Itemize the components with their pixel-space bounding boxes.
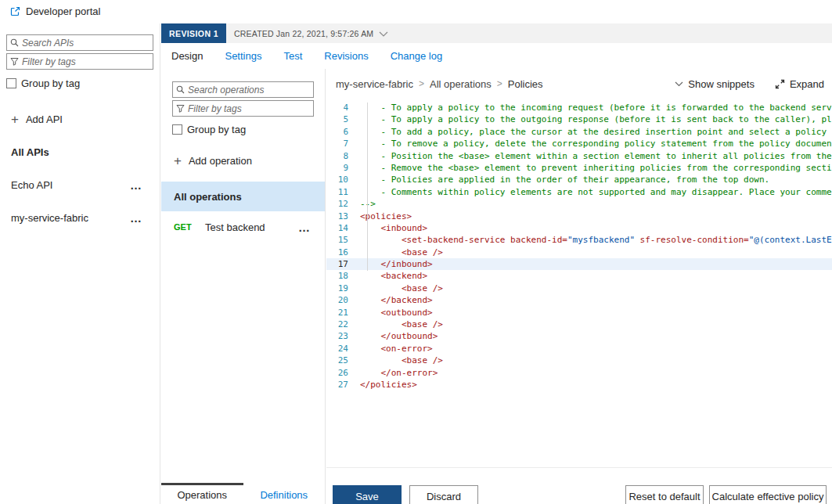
footer-tab-definitions[interactable]: Definitions bbox=[243, 483, 326, 504]
code-line[interactable]: 24 <on-error> bbox=[326, 343, 832, 355]
show-snippets-label: Show snippets bbox=[688, 78, 755, 90]
breadcrumb-item[interactable]: All operations bbox=[430, 78, 492, 90]
group-by-tag-label: Group by tag bbox=[187, 124, 246, 135]
line-number: 23 bbox=[326, 330, 348, 342]
code-line[interactable]: 5 - To apply a policy to the outgoing re… bbox=[326, 113, 832, 125]
operation-name: Test backend bbox=[205, 221, 298, 233]
search-apis-input[interactable] bbox=[22, 38, 149, 49]
code-token: - Remove the <base> element to prevent i… bbox=[360, 163, 832, 173]
breadcrumb-item[interactable]: my-service-fabric bbox=[336, 78, 413, 90]
tab-design[interactable]: Design bbox=[171, 50, 203, 62]
code-text: <backend> bbox=[348, 270, 427, 282]
code-line[interactable]: 11 - Comments within policy elements are… bbox=[326, 186, 832, 198]
code-line[interactable]: 10 - Policies are applied in the order o… bbox=[326, 174, 832, 185]
operation-item[interactable]: GETTest backend… bbox=[161, 214, 325, 240]
expand-icon bbox=[775, 79, 785, 89]
code-line[interactable]: 12--> bbox=[326, 198, 832, 210]
line-number: 21 bbox=[326, 307, 348, 319]
expand-button[interactable]: Expand bbox=[775, 78, 824, 90]
code-line[interactable]: 18 <backend> bbox=[326, 270, 832, 282]
code-line[interactable]: 19 <base /> bbox=[326, 283, 832, 294]
code-line[interactable]: 17 </inbound> bbox=[326, 258, 832, 270]
code-token: </outbound> bbox=[381, 331, 438, 341]
tab-test[interactable]: Test bbox=[283, 50, 302, 62]
search-operations-input[interactable] bbox=[188, 85, 310, 95]
code-text: <base /> bbox=[348, 283, 443, 294]
context-menu-icon[interactable]: … bbox=[298, 221, 311, 234]
save-button[interactable]: Save bbox=[333, 485, 402, 504]
breadcrumb-item[interactable]: Policies bbox=[508, 78, 543, 90]
discard-button[interactable]: Discard bbox=[409, 485, 478, 504]
group-by-tag-checkbox[interactable] bbox=[6, 78, 16, 88]
code-line[interactable]: 22 <base /> bbox=[326, 319, 832, 330]
code-line[interactable]: 26 </on-error> bbox=[326, 367, 832, 379]
calculate-effective-policy-button[interactable]: Calculate effective policy bbox=[709, 485, 827, 504]
code-line[interactable]: 6 - To add a policy, place the cursor at… bbox=[326, 126, 832, 138]
code-line[interactable]: 21 <outbound> bbox=[326, 307, 832, 319]
filter-apis-input[interactable] bbox=[22, 56, 149, 67]
policy-editor-panel: my-service-fabric>All operations>Policie… bbox=[326, 69, 832, 504]
code-token: "@(context.LastEr bbox=[749, 235, 832, 245]
all-operations-item[interactable]: All operations bbox=[161, 182, 325, 211]
developer-portal-link[interactable]: Developer portal bbox=[10, 5, 100, 17]
add-api-button[interactable]: + Add API bbox=[11, 113, 160, 125]
code-line[interactable]: 4 - To apply a policy to the incoming re… bbox=[326, 102, 832, 113]
code-line[interactable]: 14 <inbound> bbox=[326, 222, 832, 234]
code-token bbox=[360, 223, 381, 233]
code-token bbox=[360, 355, 402, 365]
context-menu-icon[interactable]: … bbox=[130, 178, 142, 192]
tab-revisions[interactable]: Revisions bbox=[324, 50, 368, 62]
line-number: 9 bbox=[326, 162, 348, 174]
code-line[interactable]: 23 </outbound> bbox=[326, 330, 832, 342]
show-snippets-button[interactable]: Show snippets bbox=[675, 78, 755, 90]
code-token bbox=[360, 295, 381, 305]
code-token bbox=[360, 235, 402, 245]
filter-icon bbox=[10, 57, 19, 66]
code-token: <inbound> bbox=[381, 223, 428, 233]
code-token: <on-error> bbox=[381, 344, 433, 354]
add-operation-label: Add operation bbox=[189, 155, 252, 167]
policy-code-editor[interactable]: 4 - To apply a policy to the incoming re… bbox=[326, 102, 832, 468]
code-token: </policies> bbox=[360, 380, 417, 390]
group-by-tag-row[interactable]: Group by tag bbox=[172, 124, 314, 135]
code-token: sf-resolve-condition= bbox=[635, 235, 749, 245]
code-line[interactable]: 13<policies> bbox=[326, 211, 832, 222]
code-text: </policies> bbox=[348, 379, 417, 391]
code-token: <base /> bbox=[402, 247, 443, 257]
code-token: - Policies are applied in the order of t… bbox=[360, 175, 769, 185]
code-token bbox=[360, 344, 381, 354]
code-line[interactable]: 20 </backend> bbox=[326, 294, 832, 306]
context-menu-icon[interactable]: … bbox=[130, 211, 142, 225]
reset-to-default-button[interactable]: Reset to default bbox=[625, 485, 704, 504]
api-list-item[interactable]: my-service-fabric… bbox=[0, 201, 160, 234]
footer-tab-operations[interactable]: Operations bbox=[161, 483, 243, 504]
code-text: --> bbox=[348, 198, 376, 210]
chevron-down-icon[interactable] bbox=[379, 31, 388, 38]
group-by-tag-row[interactable]: Group by tag bbox=[6, 77, 153, 89]
tab-change-log[interactable]: Change log bbox=[391, 50, 443, 62]
code-line[interactable]: 16 <base /> bbox=[326, 247, 832, 258]
code-line[interactable]: 25 <base /> bbox=[326, 355, 832, 366]
code-line[interactable]: 27</policies> bbox=[326, 379, 832, 391]
api-list-item[interactable]: Echo API… bbox=[0, 168, 160, 201]
code-line[interactable]: 9 - Remove the <base> element to prevent… bbox=[326, 162, 832, 174]
line-number: 24 bbox=[326, 343, 348, 355]
code-line[interactable]: 8 - Position the <base> element within a… bbox=[326, 150, 832, 162]
code-line[interactable]: 15 <set-backend-service backend-id="mysf… bbox=[326, 234, 832, 246]
operations-footer-tabs: OperationsDefinitions bbox=[161, 483, 325, 504]
filter-icon bbox=[176, 104, 185, 113]
code-line[interactable]: 7 - To remove a policy, delete the corre… bbox=[326, 138, 832, 149]
breadcrumb: my-service-fabric>All operations>Policie… bbox=[336, 78, 543, 90]
filter-operations-input[interactable] bbox=[188, 103, 310, 114]
tab-settings[interactable]: Settings bbox=[225, 50, 261, 62]
plus-icon: + bbox=[174, 156, 182, 166]
code-token: - Position the <base> element within a s… bbox=[360, 151, 832, 161]
line-number: 13 bbox=[326, 211, 348, 222]
code-token bbox=[360, 368, 381, 378]
add-operation-button[interactable]: + Add operation bbox=[174, 155, 325, 167]
api-name: my-service-fabric bbox=[11, 212, 130, 224]
group-by-tag-checkbox[interactable] bbox=[172, 124, 182, 135]
line-number: 10 bbox=[326, 174, 348, 185]
code-token: <outbound> bbox=[381, 308, 433, 318]
revision-created-label: CREATED Jan 22, 2021, 9:57:26 AM bbox=[234, 29, 373, 38]
